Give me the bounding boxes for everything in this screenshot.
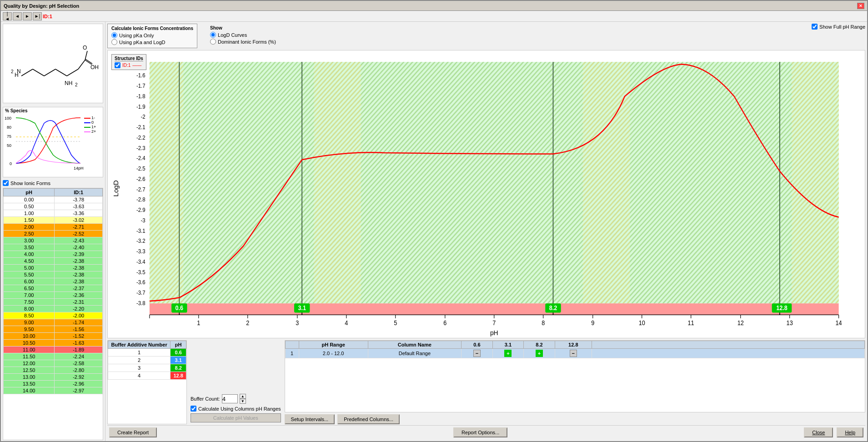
val-cell: -2.24 bbox=[55, 353, 103, 360]
val-cell: -2.71 bbox=[55, 224, 103, 231]
molecule-svg: H 2 N OH O NH 2 bbox=[8, 26, 99, 101]
structure-id-1-row: ID:1 —— bbox=[115, 62, 143, 68]
using-pka-logd-row: Using pKa and LogD bbox=[111, 39, 193, 45]
val-cell: -2.36 bbox=[55, 292, 103, 299]
close-button[interactable]: ✕ bbox=[857, 3, 864, 9]
svg-text:8.2: 8.2 bbox=[549, 305, 557, 312]
table-row: 2.00-2.71 bbox=[4, 224, 103, 231]
close-button[interactable]: Close bbox=[804, 427, 833, 437]
svg-text:-2.1: -2.1 bbox=[136, 124, 146, 131]
interval-minus-128[interactable]: − bbox=[570, 350, 577, 357]
svg-text:-2.3: -2.3 bbox=[136, 145, 146, 151]
table-row: 6.50-2.37 bbox=[4, 285, 103, 292]
full-range-container: Show Full pH Range bbox=[812, 24, 865, 30]
ph-cell: 0.50 bbox=[4, 203, 55, 210]
table-row: 14.00-2.97 bbox=[4, 387, 103, 394]
svg-text:-2.8: -2.8 bbox=[136, 196, 146, 203]
nav-prev-button[interactable]: ◄ bbox=[13, 12, 22, 20]
val-cell: -2.20 bbox=[55, 306, 103, 312]
intervals-table: pH Range Column Name 0.6 3.1 8.2 12.8 bbox=[285, 340, 865, 412]
table-row: 11.50-2.24 bbox=[4, 353, 103, 360]
nav-fwd-button[interactable]: ►| bbox=[33, 12, 42, 20]
svg-text:50: 50 bbox=[7, 143, 11, 148]
setup-intervals-button[interactable]: Setup Intervals... bbox=[285, 414, 335, 424]
logd-curves-radio[interactable] bbox=[210, 32, 216, 38]
help-button[interactable]: Help bbox=[837, 427, 863, 437]
table-row: 13.50-2.96 bbox=[4, 381, 103, 387]
ph-cell: 6.00 bbox=[4, 278, 55, 285]
table-row: 13.00-2.92 bbox=[4, 374, 103, 381]
val-cell: -2.37 bbox=[55, 285, 103, 292]
dominant-ionic-radio[interactable] bbox=[210, 39, 216, 45]
val-cell: -3.63 bbox=[55, 203, 103, 210]
calc-using-checkbox[interactable] bbox=[191, 406, 196, 412]
interval-plus-31[interactable]: + bbox=[504, 350, 512, 357]
table-row: 1.00-3.36 bbox=[4, 210, 103, 217]
val-cell: -3.78 bbox=[55, 196, 103, 203]
val-cell: -2.38 bbox=[55, 265, 103, 271]
ph-data-table[interactable]: pH ID:1 0.00-3.780.50-3.631.00-3.361.50-… bbox=[3, 188, 103, 440]
svg-text:O: O bbox=[83, 45, 87, 51]
svg-text:-2.6: -2.6 bbox=[136, 176, 146, 182]
predefined-columns-button[interactable]: Predefined Columns... bbox=[337, 414, 400, 424]
svg-text:-3.6: -3.6 bbox=[136, 279, 146, 286]
svg-text:1: 1 bbox=[197, 320, 200, 327]
ph-cell: 14.00 bbox=[4, 387, 55, 394]
main-chart-svg: 0.6 3.1 8.2 12.8 bbox=[108, 50, 865, 338]
buffer-count-input[interactable] bbox=[222, 394, 238, 403]
interval-minus-06[interactable]: − bbox=[473, 350, 481, 357]
buffer-ph-cell: 8.2 bbox=[171, 364, 186, 372]
id-label: ID:1 bbox=[43, 14, 52, 19]
svg-text:-3.2: -3.2 bbox=[136, 238, 146, 245]
intervals-num-header bbox=[285, 341, 299, 349]
interval-plus-82[interactable]: + bbox=[536, 350, 543, 357]
chart-container: Structure IDs ID:1 —— bbox=[107, 50, 865, 338]
species-title: % Species bbox=[3, 107, 103, 114]
val-cell: -2.97 bbox=[55, 387, 103, 394]
svg-text:6: 6 bbox=[443, 320, 447, 327]
list-item: 38.2 bbox=[108, 364, 186, 372]
ph-cell: 9.00 bbox=[4, 319, 55, 326]
buffer-count-spinner[interactable]: ▲ ▼ bbox=[240, 394, 246, 404]
svg-text:7: 7 bbox=[492, 320, 496, 327]
table-row: 2.50-2.52 bbox=[4, 231, 103, 237]
svg-text:-3.8: -3.8 bbox=[136, 300, 146, 306]
left-panel: H 2 N OH O NH 2 % Species 100 bbox=[1, 22, 105, 441]
nav-back-button[interactable]: |◄ bbox=[3, 12, 12, 20]
table-row: 4.00-2.39 bbox=[4, 251, 103, 258]
svg-text:-3.5: -3.5 bbox=[136, 269, 146, 276]
svg-text:3.1: 3.1 bbox=[298, 305, 306, 312]
create-report-button[interactable]: Create Report bbox=[109, 427, 157, 437]
val-cell: -1.56 bbox=[55, 326, 103, 333]
interval-empty-1 bbox=[592, 349, 865, 358]
show-ionic-forms-checkbox[interactable] bbox=[3, 180, 9, 186]
ph-cell: 11.00 bbox=[4, 347, 55, 353]
table-row: 0.00-3.78 bbox=[4, 196, 103, 203]
buffer-num-header: Buffer Additive Number bbox=[108, 341, 171, 349]
nav-next-button[interactable]: ► bbox=[23, 12, 32, 20]
structure-id-1-checkbox[interactable] bbox=[115, 62, 120, 68]
report-options-button[interactable]: Report Options... bbox=[453, 427, 507, 437]
ph-cell: 6.50 bbox=[4, 285, 55, 292]
table-row: 5.00-2.38 bbox=[4, 265, 103, 271]
svg-text:11: 11 bbox=[688, 320, 694, 327]
action-buttons: Setup Intervals... Predefined Columns... bbox=[285, 414, 865, 424]
calculate-group: Calculate Ionic Forms Concentrations Usi… bbox=[107, 24, 197, 48]
svg-text:0.6: 0.6 bbox=[176, 305, 184, 312]
intervals-colname-header: Column Name bbox=[368, 341, 461, 349]
svg-text:pH: pH bbox=[78, 166, 84, 171]
val-cell: -2.96 bbox=[55, 381, 103, 387]
buffer-ph-cell: 12.8 bbox=[171, 372, 186, 380]
full-range-checkbox[interactable] bbox=[812, 24, 818, 30]
ph-cell: 1.50 bbox=[4, 217, 55, 224]
calc-ph-values-button[interactable]: Calculate pH Values bbox=[191, 413, 281, 422]
logd-curves-label: LogD Curves bbox=[218, 32, 247, 38]
using-pka-only-radio[interactable] bbox=[111, 32, 117, 38]
svg-text:-3.7: -3.7 bbox=[136, 290, 146, 296]
intervals-phrange-header: pH Range bbox=[299, 341, 368, 349]
structure-ids-box: Structure IDs ID:1 —— bbox=[111, 54, 146, 70]
interval-v128-1: − bbox=[555, 349, 592, 358]
using-pka-logd-radio[interactable] bbox=[111, 39, 117, 45]
svg-line-8 bbox=[85, 51, 87, 60]
svg-text:10: 10 bbox=[639, 320, 645, 327]
